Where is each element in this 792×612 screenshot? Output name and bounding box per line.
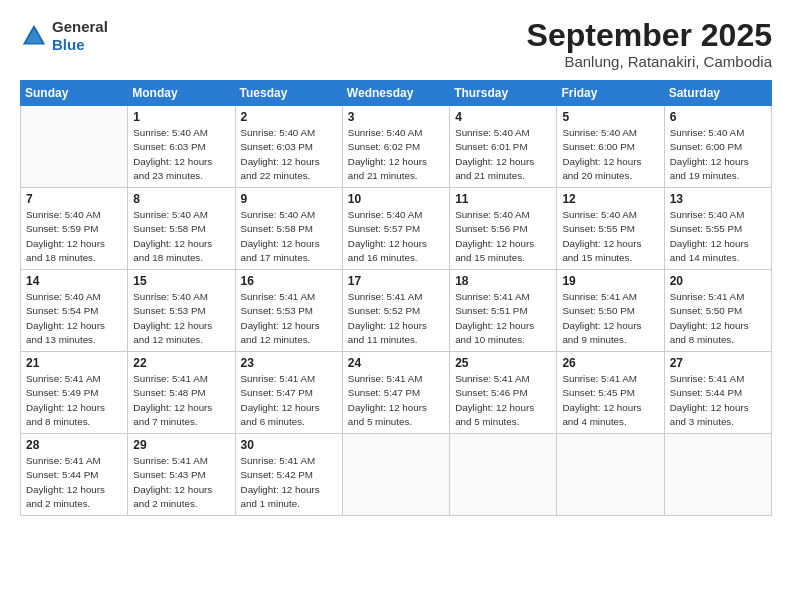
day-info: Sunrise: 5:40 AMSunset: 5:59 PMDaylight:…	[26, 208, 122, 265]
day-info: Sunrise: 5:40 AMSunset: 6:01 PMDaylight:…	[455, 126, 551, 183]
header-cell-sunday: Sunday	[21, 81, 128, 106]
day-cell: 25Sunrise: 5:41 AMSunset: 5:46 PMDayligh…	[450, 352, 557, 434]
day-info: Sunrise: 5:40 AMSunset: 5:55 PMDaylight:…	[562, 208, 658, 265]
day-cell: 28Sunrise: 5:41 AMSunset: 5:44 PMDayligh…	[21, 434, 128, 516]
day-number: 29	[133, 438, 229, 452]
day-info: Sunrise: 5:41 AMSunset: 5:44 PMDaylight:…	[26, 454, 122, 511]
week-row-3: 14Sunrise: 5:40 AMSunset: 5:54 PMDayligh…	[21, 270, 772, 352]
day-cell: 3Sunrise: 5:40 AMSunset: 6:02 PMDaylight…	[342, 106, 449, 188]
day-info: Sunrise: 5:41 AMSunset: 5:49 PMDaylight:…	[26, 372, 122, 429]
calendar-table: SundayMondayTuesdayWednesdayThursdayFrid…	[20, 80, 772, 516]
day-cell: 6Sunrise: 5:40 AMSunset: 6:00 PMDaylight…	[664, 106, 771, 188]
day-number: 24	[348, 356, 444, 370]
logo: General Blue	[20, 18, 108, 54]
day-info: Sunrise: 5:41 AMSunset: 5:53 PMDaylight:…	[241, 290, 337, 347]
day-cell: 20Sunrise: 5:41 AMSunset: 5:50 PMDayligh…	[664, 270, 771, 352]
day-info: Sunrise: 5:41 AMSunset: 5:46 PMDaylight:…	[455, 372, 551, 429]
day-number: 15	[133, 274, 229, 288]
day-info: Sunrise: 5:40 AMSunset: 5:57 PMDaylight:…	[348, 208, 444, 265]
week-row-4: 21Sunrise: 5:41 AMSunset: 5:49 PMDayligh…	[21, 352, 772, 434]
day-cell: 30Sunrise: 5:41 AMSunset: 5:42 PMDayligh…	[235, 434, 342, 516]
day-info: Sunrise: 5:40 AMSunset: 5:58 PMDaylight:…	[241, 208, 337, 265]
day-info: Sunrise: 5:41 AMSunset: 5:50 PMDaylight:…	[562, 290, 658, 347]
day-cell: 19Sunrise: 5:41 AMSunset: 5:50 PMDayligh…	[557, 270, 664, 352]
day-number: 11	[455, 192, 551, 206]
day-number: 13	[670, 192, 766, 206]
day-cell: 27Sunrise: 5:41 AMSunset: 5:44 PMDayligh…	[664, 352, 771, 434]
day-number: 8	[133, 192, 229, 206]
day-info: Sunrise: 5:41 AMSunset: 5:47 PMDaylight:…	[241, 372, 337, 429]
day-number: 22	[133, 356, 229, 370]
day-cell: 10Sunrise: 5:40 AMSunset: 5:57 PMDayligh…	[342, 188, 449, 270]
day-cell: 23Sunrise: 5:41 AMSunset: 5:47 PMDayligh…	[235, 352, 342, 434]
header-cell-friday: Friday	[557, 81, 664, 106]
day-number: 16	[241, 274, 337, 288]
header-cell-wednesday: Wednesday	[342, 81, 449, 106]
day-info: Sunrise: 5:40 AMSunset: 5:58 PMDaylight:…	[133, 208, 229, 265]
logo-icon	[20, 22, 48, 50]
day-cell: 29Sunrise: 5:41 AMSunset: 5:43 PMDayligh…	[128, 434, 235, 516]
day-info: Sunrise: 5:40 AMSunset: 6:03 PMDaylight:…	[241, 126, 337, 183]
header-cell-monday: Monday	[128, 81, 235, 106]
week-row-1: 1Sunrise: 5:40 AMSunset: 6:03 PMDaylight…	[21, 106, 772, 188]
header-row: SundayMondayTuesdayWednesdayThursdayFrid…	[21, 81, 772, 106]
day-info: Sunrise: 5:40 AMSunset: 6:00 PMDaylight:…	[562, 126, 658, 183]
page: General Blue September 2025 Banlung, Rat…	[0, 0, 792, 612]
day-number: 19	[562, 274, 658, 288]
day-info: Sunrise: 5:41 AMSunset: 5:42 PMDaylight:…	[241, 454, 337, 511]
logo-text: General Blue	[52, 18, 108, 54]
day-cell	[450, 434, 557, 516]
day-cell: 24Sunrise: 5:41 AMSunset: 5:47 PMDayligh…	[342, 352, 449, 434]
day-info: Sunrise: 5:41 AMSunset: 5:48 PMDaylight:…	[133, 372, 229, 429]
day-number: 1	[133, 110, 229, 124]
day-info: Sunrise: 5:40 AMSunset: 6:00 PMDaylight:…	[670, 126, 766, 183]
day-cell: 1Sunrise: 5:40 AMSunset: 6:03 PMDaylight…	[128, 106, 235, 188]
day-number: 9	[241, 192, 337, 206]
day-number: 12	[562, 192, 658, 206]
week-row-5: 28Sunrise: 5:41 AMSunset: 5:44 PMDayligh…	[21, 434, 772, 516]
day-number: 4	[455, 110, 551, 124]
day-cell	[664, 434, 771, 516]
day-info: Sunrise: 5:41 AMSunset: 5:43 PMDaylight:…	[133, 454, 229, 511]
day-number: 28	[26, 438, 122, 452]
day-cell	[342, 434, 449, 516]
day-number: 14	[26, 274, 122, 288]
day-number: 3	[348, 110, 444, 124]
day-number: 2	[241, 110, 337, 124]
day-cell: 14Sunrise: 5:40 AMSunset: 5:54 PMDayligh…	[21, 270, 128, 352]
day-cell: 17Sunrise: 5:41 AMSunset: 5:52 PMDayligh…	[342, 270, 449, 352]
day-number: 21	[26, 356, 122, 370]
day-number: 23	[241, 356, 337, 370]
day-number: 20	[670, 274, 766, 288]
month-title: September 2025	[527, 18, 772, 53]
day-cell	[557, 434, 664, 516]
day-info: Sunrise: 5:40 AMSunset: 5:56 PMDaylight:…	[455, 208, 551, 265]
header-cell-thursday: Thursday	[450, 81, 557, 106]
day-info: Sunrise: 5:41 AMSunset: 5:47 PMDaylight:…	[348, 372, 444, 429]
day-number: 5	[562, 110, 658, 124]
day-cell: 22Sunrise: 5:41 AMSunset: 5:48 PMDayligh…	[128, 352, 235, 434]
day-info: Sunrise: 5:41 AMSunset: 5:50 PMDaylight:…	[670, 290, 766, 347]
day-number: 18	[455, 274, 551, 288]
day-cell: 2Sunrise: 5:40 AMSunset: 6:03 PMDaylight…	[235, 106, 342, 188]
day-info: Sunrise: 5:40 AMSunset: 6:02 PMDaylight:…	[348, 126, 444, 183]
day-number: 10	[348, 192, 444, 206]
day-cell: 5Sunrise: 5:40 AMSunset: 6:00 PMDaylight…	[557, 106, 664, 188]
header-cell-tuesday: Tuesday	[235, 81, 342, 106]
day-cell: 13Sunrise: 5:40 AMSunset: 5:55 PMDayligh…	[664, 188, 771, 270]
day-info: Sunrise: 5:40 AMSunset: 5:55 PMDaylight:…	[670, 208, 766, 265]
day-number: 6	[670, 110, 766, 124]
day-cell: 18Sunrise: 5:41 AMSunset: 5:51 PMDayligh…	[450, 270, 557, 352]
day-cell: 16Sunrise: 5:41 AMSunset: 5:53 PMDayligh…	[235, 270, 342, 352]
day-info: Sunrise: 5:41 AMSunset: 5:45 PMDaylight:…	[562, 372, 658, 429]
day-number: 7	[26, 192, 122, 206]
title-area: September 2025 Banlung, Ratanakiri, Camb…	[527, 18, 772, 70]
day-number: 25	[455, 356, 551, 370]
day-info: Sunrise: 5:40 AMSunset: 5:54 PMDaylight:…	[26, 290, 122, 347]
day-cell: 21Sunrise: 5:41 AMSunset: 5:49 PMDayligh…	[21, 352, 128, 434]
day-cell	[21, 106, 128, 188]
week-row-2: 7Sunrise: 5:40 AMSunset: 5:59 PMDaylight…	[21, 188, 772, 270]
day-cell: 26Sunrise: 5:41 AMSunset: 5:45 PMDayligh…	[557, 352, 664, 434]
day-cell: 11Sunrise: 5:40 AMSunset: 5:56 PMDayligh…	[450, 188, 557, 270]
day-cell: 9Sunrise: 5:40 AMSunset: 5:58 PMDaylight…	[235, 188, 342, 270]
